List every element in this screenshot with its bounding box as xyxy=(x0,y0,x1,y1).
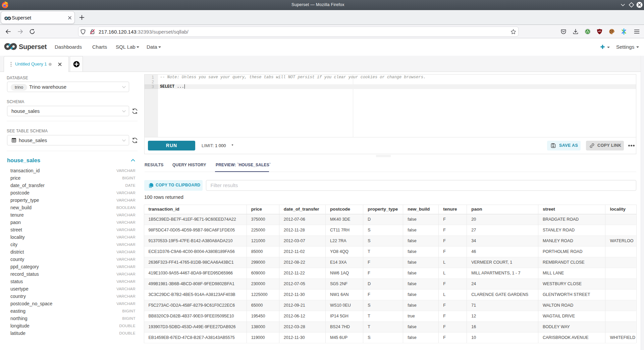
svg-text:uO: uO xyxy=(598,30,601,32)
